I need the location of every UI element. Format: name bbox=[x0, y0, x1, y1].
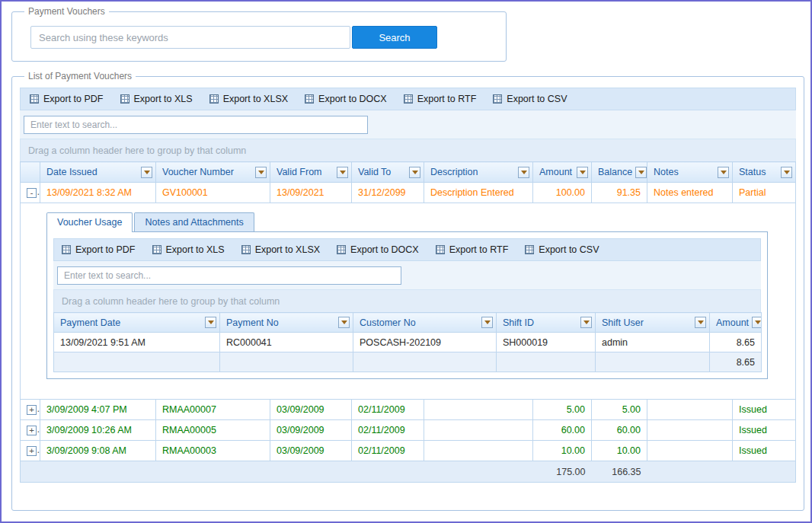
grid-filter-row bbox=[20, 110, 796, 139]
document-icon bbox=[436, 245, 445, 254]
voucher-usage-grid-header: Payment Date Payment No Customer No Shif… bbox=[54, 313, 762, 333]
keyword-search-input[interactable] bbox=[30, 26, 350, 49]
detail-grid-filter-row bbox=[53, 261, 761, 289]
document-icon bbox=[209, 94, 219, 104]
filter-dropdown-button[interactable] bbox=[718, 167, 729, 178]
column-header-status[interactable]: Status bbox=[733, 162, 796, 183]
voucher-usage-row[interactable]: 13/09/2021 9:51 AM RC000041 POSCASH-2021… bbox=[54, 333, 762, 352]
filter-dropdown-button[interactable] bbox=[577, 167, 588, 178]
cell-payment-date: 13/09/2021 9:51 AM bbox=[54, 333, 220, 352]
column-header-valid-to[interactable]: Valid To bbox=[352, 162, 424, 183]
column-header-customer-no[interactable]: Customer No bbox=[353, 313, 497, 333]
export-to-csv-button[interactable]: Export to CSV bbox=[525, 244, 599, 255]
column-header-voucher-number[interactable]: Voucher Number bbox=[156, 162, 270, 183]
footer-amount-total: 8.65 bbox=[710, 352, 762, 372]
column-header-payment-date[interactable]: Payment Date bbox=[54, 313, 220, 333]
cell-valid-from: 03/09/2009 bbox=[270, 420, 352, 441]
filter-dropdown-button[interactable] bbox=[141, 167, 152, 178]
voucher-row[interactable]: + 3/09/2009 4:07 PM RMAA00007 03/09/2009… bbox=[21, 400, 796, 420]
footer-empty-cell bbox=[21, 461, 40, 483]
column-label: Payment Date bbox=[60, 317, 120, 328]
column-header-shift-user[interactable]: Shift User bbox=[596, 313, 710, 333]
tab-notes-and-attachments[interactable]: Notes and Attachments bbox=[134, 212, 254, 231]
tab-voucher-usage[interactable]: Voucher Usage bbox=[46, 212, 133, 232]
export-to-xls-button[interactable]: Export to XLS bbox=[120, 94, 193, 104]
document-icon bbox=[525, 245, 534, 254]
document-icon bbox=[62, 245, 71, 254]
column-header-amount[interactable]: Amount bbox=[533, 162, 592, 183]
voucher-detail-row: Voucher Usage Notes and Attachments Expo… bbox=[21, 203, 796, 400]
column-header-balance[interactable]: Balance bbox=[592, 162, 647, 183]
detail-grid-search-input[interactable] bbox=[57, 266, 401, 285]
filter-dropdown-button[interactable] bbox=[752, 317, 761, 328]
export-to-rtf-button[interactable]: Export to RTF bbox=[404, 94, 477, 104]
expander-cell: + bbox=[21, 441, 40, 461]
export-to-xlsx-button[interactable]: Export to XLSX bbox=[241, 244, 320, 255]
document-icon bbox=[152, 245, 161, 254]
expander-cell: + bbox=[21, 400, 40, 420]
voucher-row-expanded[interactable]: - 13/09/2021 8:32 AM GV100001 13/09/2021… bbox=[21, 183, 796, 203]
column-label: Valid To bbox=[358, 167, 391, 177]
export-to-pdf-button[interactable]: Export to PDF bbox=[30, 94, 104, 104]
column-header-date-issued[interactable]: Date Issued bbox=[40, 162, 156, 183]
filter-dropdown-button[interactable] bbox=[580, 317, 592, 328]
column-header-notes[interactable]: Notes bbox=[647, 162, 733, 183]
export-to-xlsx-button[interactable]: Export to XLSX bbox=[209, 94, 288, 104]
filter-dropdown-button[interactable] bbox=[781, 167, 792, 178]
column-header-payment-no[interactable]: Payment No bbox=[220, 313, 353, 333]
collapse-row-button[interactable]: - bbox=[27, 188, 37, 198]
filter-dropdown-button[interactable] bbox=[255, 167, 267, 178]
filter-dropdown-button[interactable] bbox=[205, 317, 216, 328]
detail-group-by-panel[interactable]: Drag a column header here to group by th… bbox=[53, 289, 761, 312]
export-to-docx-button[interactable]: Export to DOCX bbox=[337, 244, 419, 255]
footer-empty-cell bbox=[596, 352, 710, 372]
filter-dropdown-button[interactable] bbox=[518, 167, 529, 178]
cell-balance: 10.00 bbox=[592, 441, 647, 461]
group-by-panel[interactable]: Drag a column header here to group by th… bbox=[20, 139, 796, 161]
expand-row-button[interactable]: + bbox=[27, 426, 37, 435]
voucher-usage-grid: Payment Date Payment No Customer No Shif… bbox=[53, 312, 762, 372]
column-header-valid-from[interactable]: Valid From bbox=[270, 162, 352, 183]
voucher-row[interactable]: + 3/09/2009 10:26 AM RMAA00005 03/09/200… bbox=[21, 420, 796, 441]
cell-payment-no: RC000041 bbox=[220, 333, 353, 352]
filter-dropdown-button[interactable] bbox=[695, 317, 706, 328]
export-to-csv-button[interactable]: Export to CSV bbox=[493, 94, 567, 104]
expand-row-button[interactable]: + bbox=[27, 405, 37, 415]
expander-cell: - bbox=[21, 183, 40, 203]
voucher-row[interactable]: + 3/09/2009 9:08 AM RMAA00003 03/09/2009… bbox=[21, 441, 796, 461]
cell-amount: 5.00 bbox=[533, 400, 592, 420]
footer-empty-cell bbox=[733, 461, 796, 483]
chevron-down-icon bbox=[698, 320, 704, 324]
expand-row-button[interactable]: + bbox=[27, 446, 37, 456]
export-button-label: Export to PDF bbox=[75, 244, 136, 255]
footer-empty-cell bbox=[352, 461, 424, 483]
column-label: Voucher Number bbox=[162, 167, 234, 177]
export-button-label: Export to RTF bbox=[417, 94, 477, 104]
cell-customer-no: POSCASH-202109 bbox=[353, 333, 497, 352]
cell-valid-from: 03/09/2009 bbox=[270, 441, 352, 461]
filter-dropdown-button[interactable] bbox=[338, 317, 350, 328]
filter-dropdown-button[interactable] bbox=[337, 167, 348, 178]
export-to-pdf-button[interactable]: Export to PDF bbox=[62, 244, 136, 255]
column-header-amount[interactable]: Amount bbox=[710, 313, 762, 333]
voucher-usage-footer: 8.65 bbox=[54, 352, 762, 372]
payment-vouchers-panel: Payment Vouchers Search bbox=[11, 6, 507, 62]
grid-search-input[interactable] bbox=[24, 116, 368, 134]
footer-empty-cell bbox=[647, 461, 733, 483]
column-label: Date Issued bbox=[46, 167, 98, 177]
column-header-shift-id[interactable]: Shift ID bbox=[497, 313, 596, 333]
column-label: Amount bbox=[716, 317, 749, 328]
column-header-description[interactable]: Description bbox=[424, 162, 533, 183]
filter-dropdown-button[interactable] bbox=[635, 167, 647, 178]
vouchers-grid-header: Date Issued Voucher Number Valid From Va… bbox=[21, 162, 796, 183]
detail-tabs: Voucher Usage Notes and Attachments bbox=[46, 212, 768, 231]
export-button-label: Export to XLS bbox=[134, 94, 193, 104]
export-to-docx-button[interactable]: Export to DOCX bbox=[305, 94, 387, 104]
filter-dropdown-button[interactable] bbox=[481, 317, 493, 328]
cell-notes bbox=[647, 400, 733, 420]
export-to-xls-button[interactable]: Export to XLS bbox=[152, 244, 225, 255]
column-label: Balance bbox=[598, 167, 632, 177]
filter-dropdown-button[interactable] bbox=[409, 167, 420, 178]
search-button[interactable]: Search bbox=[352, 26, 437, 49]
export-to-rtf-button[interactable]: Export to RTF bbox=[436, 244, 509, 255]
